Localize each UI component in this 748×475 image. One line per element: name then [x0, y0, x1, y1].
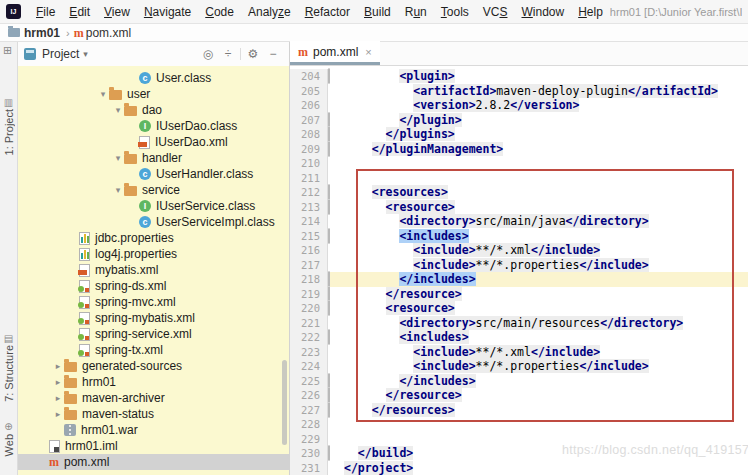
hide-panel-icon[interactable]: −	[263, 47, 283, 61]
tree-item-spring-tx-xml[interactable]: spring-tx.xml	[18, 342, 289, 358]
fold-marker-icon[interactable]	[328, 387, 330, 403]
code-editor[interactable]: 204 <plugin>205 <artifactId>maven-deploy…	[290, 66, 748, 475]
code-line-218[interactable]: 218 </includes>	[290, 272, 748, 287]
code-line-229[interactable]: 229	[290, 432, 748, 447]
tree-item-generated-sources[interactable]: ▸generated-sources	[18, 358, 289, 374]
fold-marker-icon[interactable]	[328, 329, 330, 345]
code-line-230[interactable]: 230 </build>	[290, 446, 748, 461]
project-panel-title[interactable]: Project	[42, 47, 79, 61]
tree-scrollbar[interactable]	[282, 360, 287, 445]
tree-item-userhandler-class[interactable]: cUserHandler.class	[18, 166, 289, 182]
fold-marker-icon[interactable]	[328, 271, 330, 287]
code-line-224[interactable]: 224 <include>**/*.properties</include>	[290, 359, 748, 374]
fold-marker-icon[interactable]	[328, 184, 330, 200]
chevron-down-icon[interactable]: ▾	[112, 105, 124, 115]
tree-item-log4j-properties[interactable]: log4j.properties	[18, 246, 289, 262]
tree-item-mybatis-xml[interactable]: mybatis.xml	[18, 262, 289, 278]
gear-icon[interactable]: ⚙	[243, 47, 263, 61]
code-line-207[interactable]: 207 </plugin>	[290, 113, 748, 128]
code-line-214[interactable]: 214 <directory>src/main/java</directory>	[290, 214, 748, 229]
tree-item-userserviceimpl-class[interactable]: cUserServiceImpl.class	[18, 214, 289, 230]
tab-pom-xml[interactable]: m pom.xml ×	[290, 41, 380, 65]
fold-marker-icon[interactable]	[328, 228, 330, 244]
fold-marker-icon[interactable]	[328, 126, 330, 142]
tree-item-iuserdao-class[interactable]: IIUserDao.class	[18, 118, 289, 134]
code-line-226[interactable]: 226 </resource>	[290, 388, 748, 403]
collapse-all-icon[interactable]: ÷	[218, 47, 238, 61]
tree-item-hrm01-iml[interactable]: hrm01.iml	[18, 438, 289, 454]
code-line-206[interactable]: 206 <version>2.8.2</version>	[290, 98, 748, 113]
menu-item-navigate[interactable]: Navigate	[137, 3, 198, 21]
tree-item-handler[interactable]: ▾handler	[18, 150, 289, 166]
code-line-209[interactable]: 209 </pluginManagement>	[290, 142, 748, 157]
code-line-225[interactable]: 225 </includes>	[290, 374, 748, 389]
code-line-222[interactable]: 222 <includes>	[290, 330, 748, 345]
code-line-215[interactable]: 215 <includes>	[290, 229, 748, 244]
chevron-down-icon[interactable]: ▾	[83, 49, 88, 59]
chevron-right-icon[interactable]: ▸	[52, 377, 64, 387]
code-line-216[interactable]: 216 <include>**/*.xml</include>	[290, 243, 748, 258]
chevron-right-icon[interactable]: ▸	[52, 393, 64, 403]
fold-marker-icon[interactable]	[328, 402, 330, 418]
code-line-231[interactable]: 231</project>	[290, 461, 748, 475]
menu-item-help[interactable]: Help	[571, 3, 610, 21]
chevron-right-icon[interactable]: ▸	[52, 409, 64, 419]
close-icon[interactable]: ×	[365, 46, 371, 58]
code-line-217[interactable]: 217 <include>**/*.properties</include>	[290, 258, 748, 273]
code-line-221[interactable]: 221 <directory>src/main/resources</direc…	[290, 316, 748, 331]
breadcrumb-file[interactable]: pom.xml	[86, 26, 131, 40]
menu-item-window[interactable]: Window	[514, 3, 571, 21]
chevron-right-icon[interactable]: ▸	[52, 361, 64, 371]
tree-item-maven-archiver[interactable]: ▸maven-archiver	[18, 390, 289, 406]
code-line-223[interactable]: 223 <include>**/*.xml</include>	[290, 345, 748, 360]
tool-windows-grid-icon[interactable]: ⊞	[3, 44, 12, 57]
menu-item-run[interactable]: Run	[398, 3, 434, 21]
fold-marker-icon[interactable]	[328, 300, 330, 316]
tree-item-service[interactable]: ▾service	[18, 182, 289, 198]
tree-item-spring-mybatis-xml[interactable]: spring-mybatis.xml	[18, 310, 289, 326]
code-line-220[interactable]: 220 <resource>	[290, 301, 748, 316]
toolwindow-button-web[interactable]: Web	[0, 434, 17, 458]
fold-marker-icon[interactable]	[328, 141, 330, 157]
tree-item-spring-service-xml[interactable]: spring-service.xml	[18, 326, 289, 342]
code-line-210[interactable]: 210	[290, 156, 748, 171]
code-line-213[interactable]: 213 <resource>	[290, 200, 748, 215]
tree-item-pom-xml[interactable]: mpom.xml	[18, 454, 289, 470]
chevron-down-icon[interactable]: ▾	[112, 185, 124, 195]
menu-item-vcs[interactable]: VCS	[476, 3, 515, 21]
menu-item-view[interactable]: View	[97, 3, 137, 21]
tree-item-user[interactable]: ▾user	[18, 86, 289, 102]
chevron-down-icon[interactable]: ▾	[112, 153, 124, 163]
fold-marker-icon[interactable]	[328, 68, 330, 84]
toolwindow-button-structure[interactable]: 7: Structure	[0, 345, 17, 404]
menu-item-file[interactable]: File	[29, 3, 62, 21]
menu-item-tools[interactable]: Tools	[434, 3, 476, 21]
menu-item-edit[interactable]: Edit	[62, 3, 97, 21]
toolwindow-button-project[interactable]: 1: Project	[0, 109, 17, 157]
tree-item-maven-status[interactable]: ▸maven-status	[18, 406, 289, 422]
code-line-228[interactable]: 228	[290, 417, 748, 432]
tree-item-spring-mvc-xml[interactable]: spring-mvc.xml	[18, 294, 289, 310]
code-line-227[interactable]: 227 </resources>	[290, 403, 748, 418]
menu-item-code[interactable]: Code	[198, 3, 241, 21]
code-line-208[interactable]: 208 </plugins>	[290, 127, 748, 142]
code-line-205[interactable]: 205 <artifactId>maven-deploy-plugin</art…	[290, 84, 748, 99]
tree-item-jdbc-properties[interactable]: jdbc.properties	[18, 230, 289, 246]
fold-marker-icon[interactable]	[328, 199, 330, 215]
code-line-212[interactable]: 212 <resources>	[290, 185, 748, 200]
code-line-219[interactable]: 219 </resource>	[290, 287, 748, 302]
locate-icon[interactable]: ◎	[198, 47, 218, 61]
menu-item-refactor[interactable]: Refactor	[298, 3, 357, 21]
tree-item-iuserdao-xml[interactable]: IUserDao.xml	[18, 134, 289, 150]
code-line-211[interactable]: 211	[290, 171, 748, 186]
chevron-down-icon[interactable]: ▾	[97, 89, 109, 99]
tree-item-hrm01[interactable]: ▸hrm01	[18, 374, 289, 390]
breadcrumb-project[interactable]: hrm01	[24, 26, 60, 40]
tree-item-user-class[interactable]: cUser.class	[18, 70, 289, 86]
tree-item-spring-ds-xml[interactable]: spring-ds.xml	[18, 278, 289, 294]
menu-item-build[interactable]: Build	[357, 3, 398, 21]
menu-item-analyze[interactable]: Analyze	[241, 3, 298, 21]
code-line-204[interactable]: 204 <plugin>	[290, 69, 748, 84]
tree-item-iuserservice-class[interactable]: IIUserService.class	[18, 198, 289, 214]
tree-item-hrm01-war[interactable]: hrm01.war	[18, 422, 289, 438]
